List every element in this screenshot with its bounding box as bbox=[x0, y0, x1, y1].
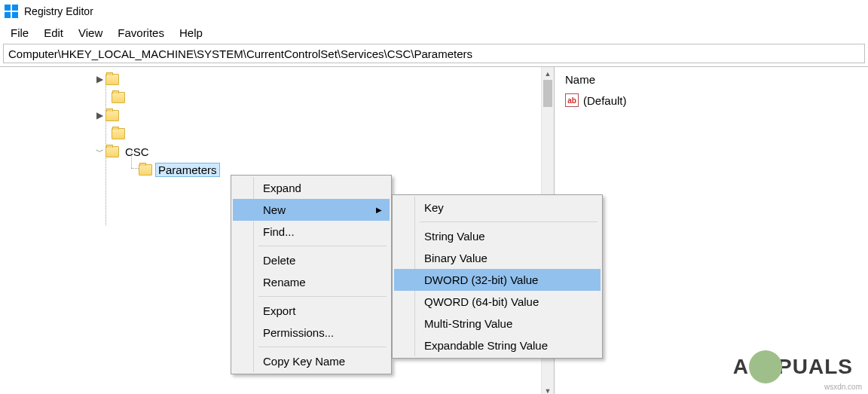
context-menu-separator bbox=[258, 347, 387, 347]
ctx-delete[interactable]: Delete bbox=[233, 249, 390, 271]
ctx-expand[interactable]: Expand bbox=[233, 177, 390, 199]
new-qword-value[interactable]: QWORD (64-bit) Value bbox=[394, 291, 601, 313]
tree-node-csc[interactable]: ﹀ CSC bbox=[0, 142, 554, 160]
new-multistring-value[interactable]: Multi-String Value bbox=[394, 313, 601, 334]
folder-icon bbox=[105, 110, 119, 121]
new-key[interactable]: Key bbox=[394, 197, 601, 218]
new-dword-value[interactable]: DWORD (32-bit) Value bbox=[394, 269, 601, 291]
new-expandable-string-value[interactable]: Expandable String Value bbox=[394, 334, 601, 356]
menu-view[interactable]: View bbox=[71, 24, 110, 41]
menu-file[interactable]: File bbox=[3, 24, 36, 41]
menu-favorites[interactable]: Favorites bbox=[110, 24, 172, 41]
menu-bar: File Edit View Favorites Help bbox=[0, 23, 868, 42]
ctx-rename[interactable]: Rename bbox=[233, 271, 390, 293]
folder-icon bbox=[105, 74, 119, 85]
chevron-right-icon[interactable]: ▶ bbox=[93, 111, 105, 120]
menu-help[interactable]: Help bbox=[172, 24, 210, 41]
ctx-copy-key-name[interactable]: Copy Key Name bbox=[233, 350, 390, 372]
new-submenu: Key String Value Binary Value DWORD (32-… bbox=[392, 194, 603, 359]
regedit-icon bbox=[5, 5, 18, 18]
tree-node-collapsed[interactable]: ▶ bbox=[0, 106, 554, 124]
address-bar[interactable]: Computer\HKEY_LOCAL_MACHINE\SYSTEM\Curre… bbox=[3, 44, 865, 63]
tree-label-csc: CSC bbox=[122, 145, 152, 159]
chevron-right-icon[interactable]: ▶ bbox=[93, 75, 105, 84]
context-menu-separator bbox=[258, 246, 387, 246]
chevron-down-icon[interactable]: ﹀ bbox=[93, 148, 105, 156]
folder-icon bbox=[112, 128, 125, 139]
scroll-thumb[interactable] bbox=[543, 80, 552, 107]
folder-icon bbox=[139, 164, 152, 176]
tree-node-blurred bbox=[0, 124, 554, 142]
context-menu-separator bbox=[420, 221, 598, 222]
ctx-export[interactable]: Export bbox=[233, 300, 390, 322]
submenu-arrow-icon: ▶ bbox=[376, 206, 382, 214]
value-row-default[interactable]: ab (Default) bbox=[561, 92, 862, 108]
tree-node-blurred bbox=[0, 88, 554, 106]
source-text: wsxdn.com bbox=[824, 383, 862, 391]
new-binary-value[interactable]: Binary Value bbox=[394, 247, 601, 269]
address-text: Computer\HKEY_LOCAL_MACHINE\SYSTEM\Curre… bbox=[8, 47, 472, 60]
window-title: Registry Editor bbox=[24, 5, 93, 17]
scroll-down-arrow-icon[interactable]: ▼ bbox=[542, 384, 554, 394]
ctx-permissions[interactable]: Permissions... bbox=[233, 322, 390, 344]
context-menu: Expand New ▶ Find... Delete Rename Expor… bbox=[231, 175, 392, 374]
value-name: (Default) bbox=[583, 94, 627, 107]
folder-icon bbox=[105, 146, 119, 157]
string-value-icon: ab bbox=[565, 93, 579, 107]
tree-node-collapsed[interactable]: ▶ bbox=[0, 70, 554, 88]
new-string-value[interactable]: String Value bbox=[394, 225, 601, 247]
folder-icon bbox=[112, 92, 125, 103]
column-header-name[interactable]: Name bbox=[561, 70, 862, 92]
menu-edit[interactable]: Edit bbox=[36, 24, 71, 41]
scroll-up-arrow-icon[interactable]: ▲ bbox=[542, 67, 554, 80]
title-bar: Registry Editor bbox=[0, 0, 868, 23]
ctx-new[interactable]: New ▶ bbox=[233, 199, 390, 221]
ctx-find[interactable]: Find... bbox=[233, 221, 390, 243]
context-menu-separator bbox=[258, 296, 387, 297]
tree-label-parameters: Parameters bbox=[155, 163, 220, 177]
